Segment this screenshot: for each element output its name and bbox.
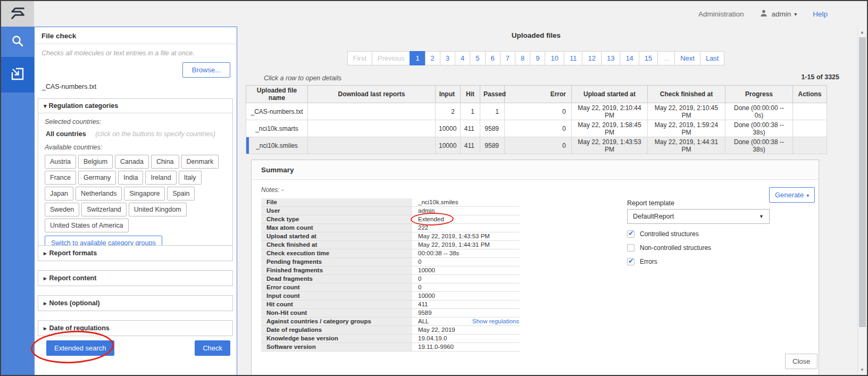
cell-check_finished: May 22, 2019, 1:44:31 PM bbox=[648, 137, 725, 154]
country-button-italy[interactable]: Italy bbox=[179, 171, 202, 185]
country-button-india[interactable]: India bbox=[118, 171, 143, 185]
pagination-page-2[interactable]: 2 bbox=[425, 51, 440, 65]
summary-field-row: Dead fragments0 bbox=[261, 275, 520, 283]
pagination-page-8[interactable]: 8 bbox=[515, 51, 530, 65]
country-button-germany[interactable]: Germany bbox=[78, 171, 116, 185]
country-button-japan[interactable]: Japan bbox=[45, 187, 73, 200]
field-value-text: May 22, 2019, 1:44:31 PM bbox=[418, 241, 490, 248]
section-header-notes-optional-[interactable]: Notes (optional) bbox=[38, 295, 233, 311]
column-header-progress: Progress bbox=[725, 86, 793, 103]
report-template-select[interactable]: DefaultReport ▼ bbox=[627, 209, 770, 224]
field-label: Pending fragments bbox=[261, 258, 412, 266]
field-value-text: 411 bbox=[418, 301, 428, 307]
checkbox-row-controlled-structures[interactable]: Controlled structures bbox=[627, 230, 711, 238]
field-value: 19.04.19.0 bbox=[412, 335, 520, 342]
field-value-text: May 22, 2019 bbox=[418, 327, 455, 333]
caret-down-icon: ▼ bbox=[759, 210, 764, 223]
section-header-report-formats[interactable]: Report formats bbox=[38, 245, 233, 261]
extended-search-button[interactable]: Extended search bbox=[46, 340, 114, 356]
summary-field-row: Input count10000 bbox=[261, 292, 520, 300]
pagination-next[interactable]: Next bbox=[674, 51, 700, 65]
country-button-belgium[interactable]: Belgium bbox=[78, 155, 113, 169]
field-label: Software version bbox=[261, 343, 412, 351]
arrow-up-icon[interactable]: ▲ bbox=[858, 30, 866, 35]
cell-progress: Done (00:00:38 -- 38s) bbox=[725, 137, 793, 154]
pagination-page-1[interactable]: 1 bbox=[410, 51, 425, 65]
checkbox-row-non-controlled-structures[interactable]: Non-controlled structures bbox=[627, 244, 711, 252]
pagination-page-6[interactable]: 6 bbox=[485, 51, 500, 65]
field-value: 411 bbox=[412, 300, 520, 308]
generate-button[interactable]: Generate▾ bbox=[769, 187, 815, 203]
table-row[interactable]: _nci10k.smiles1000041195890May 22, 2019,… bbox=[246, 137, 827, 154]
country-button-netherlands[interactable]: Netherlands bbox=[76, 187, 122, 200]
user-menu[interactable]: admin ▾ bbox=[760, 9, 797, 19]
pagination-page-12[interactable]: 12 bbox=[582, 51, 601, 65]
country-button-ireland[interactable]: Ireland bbox=[145, 171, 176, 185]
country-button-switzerland[interactable]: Switzerland bbox=[81, 203, 127, 216]
sidebar-item-file-check[interactable] bbox=[1, 57, 34, 93]
summary-notes: Notes: - bbox=[261, 186, 283, 194]
field-value: _nci10k.smiles bbox=[412, 198, 520, 206]
scrollbar-thumb[interactable] bbox=[859, 37, 866, 327]
cell-name: _nci10k.smarts bbox=[246, 120, 308, 137]
s-logo[interactable] bbox=[1, 1, 34, 27]
checked-checkbox-icon[interactable] bbox=[627, 230, 635, 238]
cell-check_finished: May 22, 2019, 1:59:24 PM bbox=[648, 120, 725, 137]
country-button-austria[interactable]: Austria bbox=[45, 155, 76, 169]
pagination-page-3[interactable]: 3 bbox=[440, 51, 455, 65]
pagination-page-9[interactable]: 9 bbox=[530, 51, 545, 65]
field-value: 19.11.0-9960 bbox=[412, 343, 520, 351]
uploaded-files-table: Uploaded file nameDownload last reportsI… bbox=[246, 85, 827, 154]
pagination-page-11[interactable]: 11 bbox=[564, 51, 583, 65]
report-template-label: Report template bbox=[627, 199, 674, 207]
field-label: Hit count bbox=[261, 300, 412, 308]
selected-countries-line: All countries (click on the buttons to s… bbox=[45, 130, 226, 138]
unchecked-checkbox-icon[interactable] bbox=[627, 244, 635, 252]
pagination-page-13[interactable]: 13 bbox=[601, 51, 620, 65]
field-value-text: 222 bbox=[418, 224, 428, 231]
pagination-last[interactable]: Last bbox=[700, 51, 725, 65]
country-button-united-kingdom[interactable]: United Kingdom bbox=[129, 203, 187, 216]
sidebar-item-search[interactable] bbox=[1, 27, 34, 57]
field-label: Dead fragments bbox=[261, 275, 412, 283]
table-row[interactable]: _nci10k.smarts1000041195890May 22, 2019,… bbox=[246, 120, 827, 137]
browse-button[interactable]: Browse... bbox=[182, 62, 230, 78]
country-button-canada[interactable]: Canada bbox=[115, 155, 149, 169]
country-button-spain[interactable]: Spain bbox=[167, 187, 195, 200]
section-header-report-content[interactable]: Report content bbox=[38, 270, 233, 286]
summary-field-row: Check finished atMay 22, 2019, 1:44:31 P… bbox=[261, 241, 520, 249]
pagination-page-4[interactable]: 4 bbox=[455, 51, 470, 65]
table-header: Uploaded file nameDownload last reportsI… bbox=[246, 86, 827, 103]
close-button[interactable]: Close bbox=[785, 354, 817, 369]
help-link[interactable]: Help bbox=[813, 10, 828, 18]
country-button-united-states-of-america[interactable]: United States of America bbox=[45, 219, 129, 232]
regulation-categories-header[interactable]: Regulation categories bbox=[38, 99, 232, 113]
checkbox-row-errors[interactable]: Errors bbox=[627, 257, 711, 265]
pagination-page-14[interactable]: 14 bbox=[620, 51, 639, 65]
pagination-page-5[interactable]: 5 bbox=[470, 51, 485, 65]
country-button-denmark[interactable]: Denmark bbox=[181, 155, 219, 169]
pagination-page-15[interactable]: 15 bbox=[639, 51, 658, 65]
summary-fields: File_nci10k.smilesUseradminCheck typeExt… bbox=[261, 198, 520, 352]
cell-input: 2 bbox=[436, 103, 461, 120]
pagination-page-10[interactable]: 10 bbox=[545, 51, 564, 65]
show-regulations-link[interactable]: Show regulations bbox=[472, 317, 519, 325]
section-header-date-of-regulations[interactable]: Date of regulations bbox=[38, 320, 233, 336]
pagination-page-7[interactable]: 7 bbox=[500, 51, 515, 65]
table-row[interactable]: _CAS-numbers.txt2110May 22, 2019, 2:10:4… bbox=[246, 103, 827, 120]
cell-upload_started: May 22, 2019, 2:10:44 PM bbox=[572, 103, 648, 120]
administration-link[interactable]: Administration bbox=[698, 10, 744, 18]
summary-field-row: Hit count411 bbox=[261, 300, 520, 309]
check-button[interactable]: Check bbox=[195, 340, 230, 356]
country-button-singapore[interactable]: Singapore bbox=[124, 187, 165, 200]
country-button-sweden[interactable]: Sweden bbox=[45, 203, 79, 216]
column-header-check-finished-at: Check finished at bbox=[648, 86, 725, 103]
cell-name: _nci10k.smiles bbox=[246, 137, 308, 154]
chevron-down-icon: ▾ bbox=[794, 11, 797, 17]
country-button-france[interactable]: France bbox=[45, 171, 76, 185]
arrow-down-icon[interactable]: ▼ bbox=[858, 367, 866, 372]
checked-checkbox-icon[interactable] bbox=[627, 258, 635, 265]
country-button-china[interactable]: China bbox=[151, 155, 179, 169]
summary-field-row: Check typeExtended bbox=[261, 215, 520, 224]
field-value: 9589 bbox=[412, 309, 520, 317]
